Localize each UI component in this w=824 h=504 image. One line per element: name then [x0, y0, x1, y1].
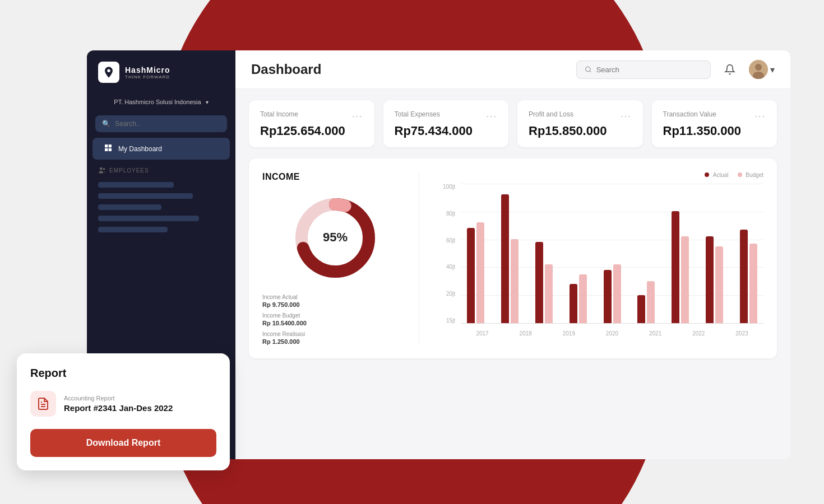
- company-name: PT. Hashmicro Solusi Indonesia: [114, 99, 201, 105]
- svg-rect-4: [109, 148, 112, 151]
- report-info: Accounting Report Report #2341 Jan-Des 2…: [64, 395, 173, 413]
- search-input[interactable]: [596, 66, 702, 74]
- x-axis-labels: 2017 2018 2019 2020 2021 2022 2023: [461, 326, 763, 340]
- bar-budget-4: [613, 264, 621, 323]
- y-axis-labels: 100jt 80jt 60jt 40jt 20jt 15jt: [433, 184, 455, 324]
- donut-percentage-text: 95%: [322, 230, 347, 244]
- y-label-1: 100jt: [443, 184, 455, 190]
- kpi-row: Total Income ... Rp125.654.000 Total Exp…: [249, 100, 777, 147]
- dashboard-body: Total Income ... Rp125.654.000 Total Exp…: [235, 89, 790, 459]
- report-name: Report #2341 Jan-Des 2022: [64, 403, 173, 413]
- search-icon-header: [585, 66, 592, 73]
- search-box[interactable]: [576, 60, 711, 79]
- x-label-2018: 2018: [504, 330, 547, 337]
- kpi-card-profit: Profit and Loss ... Rp15.850.000: [517, 100, 643, 147]
- bar-group-8: [734, 184, 763, 323]
- sidebar-logo: HashMicro THINK FORWARD: [87, 62, 235, 94]
- bar-actual-0: [467, 228, 475, 323]
- bar-pair-1: [501, 184, 519, 323]
- sidebar-item-dashboard[interactable]: My Dashboard: [92, 138, 230, 160]
- legend-item-realisasi: Income Realisasi Rp 1.250.000: [262, 331, 408, 345]
- y-label-6: 15jt: [446, 318, 455, 324]
- legend-value-realisasi: Rp 1.250.000: [262, 338, 408, 345]
- bar-budget-7: [715, 246, 723, 324]
- legend-dot-budget: [738, 172, 742, 177]
- kpi-menu-transaction[interactable]: ...: [755, 109, 766, 119]
- bar-budget-0: [476, 222, 484, 323]
- notification-button[interactable]: [720, 59, 740, 80]
- y-label-4: 40jt: [446, 264, 455, 270]
- logo-text: HashMicro THINK FORWARD: [125, 66, 170, 80]
- kpi-label-profit: Profit and Loss: [529, 110, 573, 118]
- kpi-value-profit: Rp15.850.000: [529, 124, 632, 138]
- bar-actual-3: [570, 284, 577, 323]
- bar-group-4: [598, 184, 627, 323]
- kpi-header-income: Total Income ...: [260, 109, 363, 119]
- x-label-2019: 2019: [547, 330, 590, 337]
- company-selector[interactable]: PT. Hashmicro Solusi Indonesia ▾: [87, 94, 235, 110]
- sidebar-search[interactable]: 🔍: [95, 115, 227, 132]
- svg-rect-2: [109, 144, 112, 147]
- bar-group-1: [495, 184, 525, 323]
- kpi-menu-income[interactable]: ...: [352, 109, 363, 119]
- bar-chart-area: 100jt 80jt 60jt 40jt 20jt 15jt 2017: [433, 184, 763, 340]
- download-report-button[interactable]: Download Report: [30, 429, 216, 457]
- header: Dashboard ▾: [235, 50, 790, 89]
- dashboard-icon: [104, 143, 113, 154]
- svg-point-6: [103, 168, 105, 170]
- bar-pair-0: [467, 184, 484, 323]
- kpi-card-income: Total Income ... Rp125.654.000: [249, 100, 374, 147]
- bar-chart-legend: Actual Budget: [433, 172, 763, 178]
- kpi-header-transaction: Transaction Value ...: [663, 109, 766, 119]
- report-card: Report Accounting Report Report #2341 Ja…: [17, 353, 230, 470]
- sidebar-search-input[interactable]: [115, 120, 220, 128]
- bar-pair-7: [706, 184, 723, 323]
- kpi-header-profit: Profit and Loss ...: [529, 109, 632, 119]
- kpi-label-transaction: Transaction Value: [663, 110, 716, 118]
- bar-pair-2: [535, 184, 553, 323]
- bar-actual-2: [535, 242, 543, 323]
- page-title: Dashboard: [251, 62, 321, 77]
- legend-value-actual: Rp 9.750.000: [262, 301, 408, 308]
- bar-group-7: [700, 184, 729, 323]
- bar-budget-3: [579, 274, 587, 324]
- x-label-2021: 2021: [634, 330, 677, 337]
- bar-group-0: [461, 184, 490, 323]
- user-menu[interactable]: ▾: [749, 60, 775, 79]
- kpi-header-expenses: Total Expenses ...: [395, 109, 498, 119]
- bar-group-2: [529, 184, 559, 323]
- svg-point-0: [107, 69, 110, 73]
- x-label-2017: 2017: [461, 330, 504, 337]
- legend-item-actual: Income Actual Rp 9.750.000: [262, 294, 408, 308]
- kpi-menu-profit[interactable]: ...: [621, 109, 631, 119]
- section-label-text: EMPLOYEES: [109, 167, 149, 174]
- bar-group-5: [631, 184, 661, 323]
- bar-group-3: [563, 184, 593, 323]
- y-label-3: 60jt: [446, 237, 455, 244]
- placeholder-bar-5: [98, 227, 168, 232]
- bar-budget-2: [545, 264, 553, 323]
- bar-actual-6: [672, 211, 679, 323]
- y-label-5: 20jt: [446, 291, 455, 297]
- legend-item-budget: Income Budget Rp 10.5400.000: [262, 312, 408, 326]
- legend-actual: Actual: [705, 172, 728, 178]
- y-label-2: 80jt: [446, 211, 455, 217]
- svg-rect-3: [105, 148, 108, 151]
- bar-pair-5: [637, 184, 655, 323]
- bar-budget-6: [681, 236, 689, 323]
- bar-actual-4: [604, 270, 612, 323]
- bell-icon: [724, 64, 735, 75]
- report-item: Accounting Report Report #2341 Jan-Des 2…: [30, 391, 216, 417]
- legend-value-budget: Rp 10.5400.000: [262, 320, 408, 326]
- svg-point-9: [755, 64, 762, 71]
- sidebar-placeholder-items: [87, 178, 235, 237]
- kpi-menu-expenses[interactable]: ...: [487, 109, 497, 119]
- svg-rect-1: [105, 144, 108, 147]
- bar-pair-4: [604, 184, 621, 323]
- chevron-down-user-icon: ▾: [770, 64, 775, 75]
- svg-point-5: [100, 167, 103, 170]
- chart-left: INCOME 95%: [262, 172, 419, 345]
- logo-title: HashMicro: [125, 66, 170, 74]
- income-chart-section: INCOME 95%: [249, 158, 777, 358]
- logo-icon: [98, 62, 119, 83]
